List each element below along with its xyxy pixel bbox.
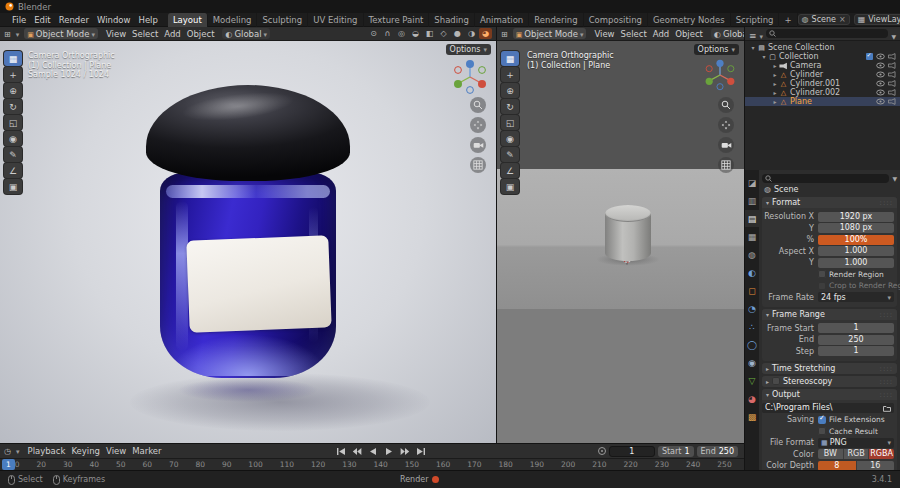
workspace-tab[interactable]: Layout xyxy=(168,13,208,27)
color-depth-button[interactable]: 8 xyxy=(818,461,857,471)
auto-keyframe-icon[interactable] xyxy=(598,447,606,455)
disable-render-camera-icon[interactable] xyxy=(888,89,896,96)
grid-ortho-icon[interactable] xyxy=(718,157,734,173)
cylinder-object[interactable] xyxy=(605,205,651,265)
workspace-tab[interactable]: Shading xyxy=(429,13,475,27)
tool-button[interactable] xyxy=(501,83,519,98)
navigation-gizmo[interactable] xyxy=(702,57,738,93)
editor-type-icon[interactable] xyxy=(749,24,757,43)
header-toggle-icon[interactable] xyxy=(451,28,464,39)
timeline-menu[interactable]: Playback xyxy=(25,446,69,456)
panel-grip-icon[interactable] xyxy=(880,364,893,373)
expander-icon[interactable] xyxy=(760,52,768,61)
pan-hand-icon[interactable] xyxy=(718,117,734,133)
workspace-tab[interactable]: Texture Paint xyxy=(364,13,430,27)
folder-icon[interactable] xyxy=(883,405,891,412)
viewport-canvas[interactable]: Camera Orthographic (1) Collection | Pla… xyxy=(497,41,744,443)
properties-tab[interactable] xyxy=(745,336,759,353)
tool-button[interactable] xyxy=(4,163,22,178)
properties-tab[interactable] xyxy=(745,174,759,191)
properties-tab[interactable] xyxy=(745,282,759,299)
header-toggle-icon[interactable] xyxy=(367,28,380,39)
resolution-x-field[interactable]: 1920 px xyxy=(818,212,894,222)
format-section-header[interactable]: Format xyxy=(762,197,897,208)
rendered-jar-object[interactable] xyxy=(146,85,350,385)
frame-rate-dropdown[interactable]: 24 fps xyxy=(818,292,894,302)
outliner-row[interactable]: Cylinder.001 xyxy=(745,79,900,88)
stereoscopy-section-header[interactable]: Stereoscopy xyxy=(762,376,897,387)
frame-end-field[interactable]: End 250 xyxy=(697,446,738,457)
file-extensions-checkbox[interactable] xyxy=(818,416,826,424)
camera-view-icon[interactable] xyxy=(470,137,486,153)
properties-tab[interactable] xyxy=(745,192,759,209)
tool-button[interactable] xyxy=(4,115,22,130)
header-toggle-icon[interactable] xyxy=(409,28,422,39)
workspace-tab[interactable]: Modeling xyxy=(208,13,258,27)
disable-render-camera-icon[interactable] xyxy=(888,62,896,69)
tool-button[interactable] xyxy=(4,131,22,146)
panel-grip-icon[interactable] xyxy=(880,198,893,207)
workspace-tab[interactable]: Rendering xyxy=(529,13,583,27)
disable-render-camera-icon[interactable] xyxy=(888,71,896,78)
timeline-playhead[interactable]: 1 xyxy=(2,459,15,470)
viewport-menu[interactable]: Add xyxy=(161,29,183,39)
frame-range-section-header[interactable]: Frame Range xyxy=(762,309,897,320)
tool-button[interactable] xyxy=(4,67,22,82)
tool-button[interactable] xyxy=(501,163,519,178)
zoom-icon[interactable] xyxy=(470,97,486,113)
collection-checkbox-icon[interactable] xyxy=(866,53,873,60)
panel-grip-icon[interactable] xyxy=(880,390,893,399)
workspace-tab[interactable]: Sculpting xyxy=(257,13,308,27)
properties-tab[interactable] xyxy=(745,390,759,407)
menu-item[interactable]: File xyxy=(8,15,30,25)
properties-tab[interactable] xyxy=(745,300,759,317)
tool-button[interactable] xyxy=(501,179,519,194)
expander-icon[interactable] xyxy=(771,88,779,97)
properties-tab[interactable] xyxy=(745,318,759,335)
crop-to-render-region-checkbox[interactable] xyxy=(818,282,826,290)
editor-type-icon[interactable] xyxy=(501,29,508,39)
expander-icon[interactable] xyxy=(771,70,779,79)
viewport-canvas[interactable]: Camera Orthographic (1) Collection | Pla… xyxy=(0,41,496,443)
header-toggle-icon[interactable] xyxy=(479,28,492,39)
hide-eye-icon[interactable] xyxy=(876,62,885,69)
mode-selector[interactable]: Object Mode xyxy=(24,28,98,39)
tool-button[interactable] xyxy=(501,115,519,130)
stereoscopy-checkbox[interactable] xyxy=(772,377,780,385)
header-toggle-icon[interactable] xyxy=(395,28,408,39)
camera-view-icon[interactable] xyxy=(718,137,734,153)
workspace-tab[interactable]: Animation xyxy=(475,13,529,27)
expander-icon[interactable] xyxy=(771,61,779,70)
play-button[interactable] xyxy=(382,446,396,457)
frame-start-field[interactable]: Start 1 xyxy=(658,446,694,457)
tool-button[interactable] xyxy=(4,147,22,162)
panel-grip-icon[interactable] xyxy=(880,310,893,319)
tool-button[interactable] xyxy=(4,99,22,114)
play-reverse-button[interactable] xyxy=(366,446,380,457)
disable-render-camera-icon[interactable] xyxy=(888,80,896,87)
scene-selector[interactable]: Scene xyxy=(798,14,850,25)
workspace-tab[interactable]: + xyxy=(779,13,797,27)
outliner-row[interactable]: Scene Collection xyxy=(745,43,900,52)
expander-icon[interactable] xyxy=(749,43,757,52)
outliner-row[interactable]: Collection xyxy=(745,52,900,61)
filter-icon[interactable] xyxy=(891,24,896,43)
outliner-row[interactable]: Cylinder.002 xyxy=(745,88,900,97)
navigation-gizmo[interactable] xyxy=(450,57,490,97)
previous-keyframe-button[interactable] xyxy=(350,446,364,457)
current-frame-field[interactable]: 1 xyxy=(609,446,655,457)
frame-start-field[interactable]: 1 xyxy=(818,323,894,333)
editor-type-icon[interactable] xyxy=(4,29,11,39)
next-keyframe-button[interactable] xyxy=(398,446,412,457)
hide-eye-icon[interactable] xyxy=(876,98,885,105)
file-format-dropdown[interactable]: PNG xyxy=(818,438,894,448)
color-mode-button[interactable]: BW xyxy=(818,449,844,459)
tool-button[interactable] xyxy=(501,67,519,82)
menu-item[interactable]: Help xyxy=(134,15,161,25)
jump-to-start-button[interactable] xyxy=(334,446,348,457)
viewport-menu[interactable]: Object xyxy=(184,29,218,39)
aspect-x-field[interactable]: 1.000 xyxy=(818,246,894,256)
unlink-icon[interactable] xyxy=(839,15,846,24)
viewport-menu[interactable]: Add xyxy=(650,29,672,39)
filter-icon[interactable] xyxy=(892,174,897,183)
